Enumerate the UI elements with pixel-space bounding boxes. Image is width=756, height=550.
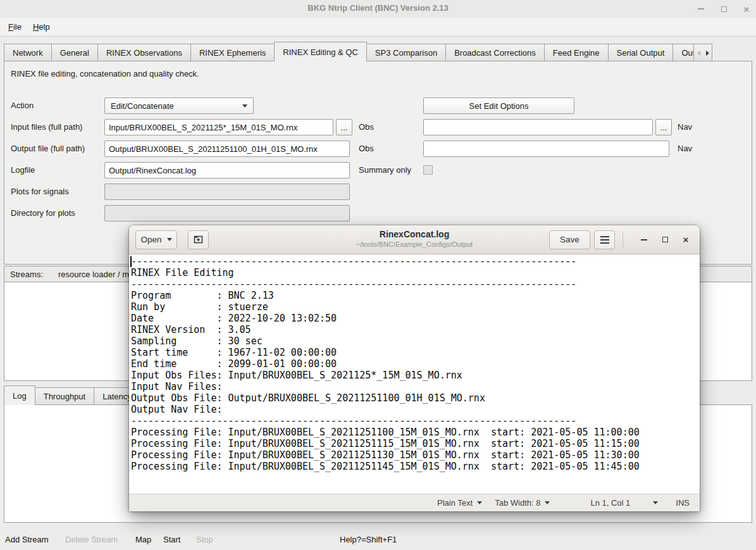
main-window-title: BKG Ntrip Client (BNC) Version 2.13	[307, 3, 448, 13]
summary-only-label: Summary only	[359, 162, 411, 178]
tab-sp3-comparison[interactable]: SP3 Comparison	[366, 44, 446, 61]
scroll-right-icon[interactable]	[706, 51, 709, 56]
logfile-label: Logfile	[11, 162, 35, 178]
editor-statusbar: Plain Text Tab Width: 8 Ln 1, Col 1 INS	[129, 494, 700, 511]
chevron-down-icon	[545, 501, 550, 504]
obs-label-2: Obs	[359, 141, 374, 157]
summary-only-checkbox[interactable]	[423, 165, 433, 175]
action-select[interactable]: Edit/Concatenate	[104, 97, 254, 114]
tab-rinex-ephemeris[interactable]: RINEX Ephemeris	[190, 44, 275, 61]
editor-title: RinexConcat.log	[356, 229, 473, 239]
tab-serial-output[interactable]: Serial Output	[608, 44, 674, 61]
doc-type-dropdown[interactable]: Plain Text	[437, 498, 482, 508]
gedit-window: Open RinexConcat.log ~/tools/BNC/Example…	[129, 225, 700, 511]
input-files-browse-button[interactable]: ...	[336, 119, 352, 135]
header-separator	[623, 232, 623, 248]
log-file-content: ----------------------------------------…	[131, 256, 640, 472]
bottom-toolbar: Add Stream Delete Stream Map Start Stop …	[0, 529, 756, 550]
maximize-icon	[721, 6, 727, 12]
menubar: File Help	[0, 18, 756, 37]
obs-nav-output-field[interactable]	[423, 141, 669, 157]
nav-label-2: Nav	[678, 141, 692, 157]
main-close-button[interactable]: ×	[742, 4, 751, 13]
main-window-controls: ×	[697, 0, 751, 18]
open-button-label: Open	[140, 235, 161, 244]
plots-signals-field	[104, 184, 350, 200]
action-label: Action	[11, 97, 34, 114]
set-edit-options-button[interactable]: Set Edit Options	[423, 97, 574, 114]
action-selected-value: Edit/Concatenate	[111, 101, 174, 111]
text-cursor	[130, 256, 132, 267]
start-button[interactable]: Start	[163, 534, 180, 546]
tab-rinex-observations[interactable]: RINEX Observations	[97, 44, 191, 61]
editor-close-button[interactable]: ×	[678, 232, 693, 247]
delete-stream-button: Delete Stream	[65, 534, 118, 546]
cursor-position-label: Ln 1, Col 1	[590, 498, 630, 508]
hamburger-icon	[600, 236, 609, 244]
close-icon: ×	[744, 4, 750, 14]
insert-mode-indicator: INS	[676, 498, 690, 508]
tab-scroll-buttons	[693, 44, 712, 61]
output-file-field[interactable]	[104, 141, 350, 157]
input-files-field[interactable]	[104, 119, 333, 135]
main-tabbar: Network General RINEX Observations RINEX…	[4, 42, 752, 61]
editor-maximize-button[interactable]	[657, 232, 672, 247]
chevron-down-icon	[167, 238, 172, 241]
editor-headerbar[interactable]: Open RinexConcat.log ~/tools/BNC/Example…	[129, 225, 700, 254]
tab-log[interactable]: Log	[4, 385, 35, 405]
minimize-icon	[698, 8, 704, 9]
logfile-field[interactable]	[104, 162, 350, 178]
help-hint: Help?=Shift+F1	[340, 534, 397, 546]
hamburger-menu-button[interactable]	[594, 230, 615, 249]
tab-general[interactable]: General	[51, 44, 98, 61]
obs-nav-input-field[interactable]	[423, 119, 653, 135]
tab-width-label: Tab Width: 8	[495, 498, 540, 508]
editor-text-area[interactable]: ----------------------------------------…	[129, 254, 700, 494]
minimize-icon	[641, 239, 647, 241]
chevron-down-icon	[242, 104, 247, 108]
menu-help[interactable]: Help	[27, 20, 56, 34]
open-button[interactable]: Open	[135, 230, 177, 249]
input-files-label: Input files (full path)	[11, 119, 82, 135]
editor-minimize-button[interactable]	[636, 232, 652, 247]
tab-feed-engine[interactable]: Feed Engine	[544, 44, 609, 61]
new-document-button[interactable]	[188, 230, 209, 249]
add-stream-button[interactable]: Add Stream	[5, 534, 49, 546]
scroll-left-icon[interactable]	[697, 51, 700, 56]
doc-type-label: Plain Text	[437, 498, 473, 508]
tab-throughput[interactable]: Throughput	[35, 387, 95, 405]
plots-directory-field	[104, 205, 350, 222]
nav-label-1: Nav	[678, 119, 692, 135]
stop-button: Stop	[196, 534, 213, 546]
close-icon: ×	[683, 235, 689, 244]
tab-rinex-editing-qc[interactable]: RINEX Editing & QC	[274, 42, 367, 61]
main-minimize-button[interactable]	[697, 4, 705, 13]
main-maximize-button[interactable]	[719, 4, 728, 13]
obs-nav-browse-button[interactable]: ...	[655, 119, 672, 135]
plots-signals-label: Plots for signals	[11, 184, 69, 200]
menu-file[interactable]: File	[3, 20, 27, 34]
streams-title: Streams:	[10, 270, 43, 279]
tab-network[interactable]: Network	[4, 44, 52, 61]
goto-line-dropdown[interactable]	[653, 501, 658, 504]
editor-title-block: RinexConcat.log ~/tools/BNC/Example_Conf…	[356, 229, 473, 248]
chevron-down-icon	[477, 501, 482, 504]
map-button[interactable]: Map	[135, 534, 151, 546]
obs-label-1: Obs	[359, 119, 374, 135]
maximize-icon	[662, 237, 668, 242]
save-button[interactable]: Save	[549, 230, 590, 249]
plots-directory-label: Directory for plots	[11, 205, 75, 222]
editor-subtitle: ~/tools/BNC/Example_Configs/Output	[356, 241, 473, 248]
chevron-down-icon	[653, 501, 658, 504]
new-document-icon	[193, 234, 204, 245]
output-file-label: Output file (full path)	[11, 141, 85, 157]
tab-broadcast-corrections[interactable]: Broadcast Corrections	[445, 44, 545, 61]
tab-width-dropdown[interactable]: Tab Width: 8	[495, 498, 550, 508]
main-titlebar: BKG Ntrip Client (BNC) Version 2.13 ×	[0, 0, 756, 18]
panel-description: RINEX file editing, concatenation and qu…	[11, 69, 199, 78]
tab-outages[interactable]: Outages	[672, 44, 694, 61]
